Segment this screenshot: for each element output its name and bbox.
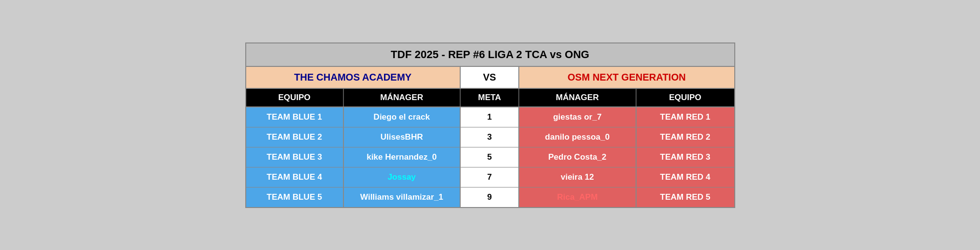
red-manager-name: Rica_APM <box>519 188 637 207</box>
vs-cell: VS <box>461 67 519 88</box>
blue-manager-name: UlisesBHR <box>344 127 461 147</box>
meta-value: 3 <box>461 127 519 147</box>
blue-team-name: TEAM BLUE 2 <box>246 127 344 147</box>
table-row: TEAM BLUE 3 kike Hernandez_0 5 Pedro Cos… <box>246 147 734 167</box>
team-red-name: OSM NEXT GENERATION <box>568 72 686 83</box>
blue-team-name: TEAM BLUE 1 <box>246 107 344 127</box>
col-header-equipo: EQUIPO <box>246 89 344 106</box>
red-team-name: TEAM RED 4 <box>637 167 734 187</box>
table-row: TEAM BLUE 4 Jossay 7 vieira 12 TEAM RED … <box>246 167 734 188</box>
red-manager-name: Pedro Costa_2 <box>519 147 637 167</box>
blue-manager-name: Diego el crack <box>344 107 461 127</box>
blue-team-name: TEAM BLUE 3 <box>246 147 344 167</box>
table-row: TEAM BLUE 5 Williams villamizar_1 9 Rica… <box>246 188 734 207</box>
column-headers: EQUIPO MÁNAGER META MÁNAGER EQUIPO <box>246 89 734 107</box>
blue-team-name: TEAM BLUE 4 <box>246 167 344 187</box>
team-red-header: OSM NEXT GENERATION <box>519 67 734 88</box>
title-row: TDF 2025 - REP #6 LIGA 2 TCA vs ONG <box>246 43 734 67</box>
col-header-meta: META <box>461 89 519 106</box>
table-row: TEAM BLUE 2 UlisesBHR 3 danilo pessoa_0 … <box>246 127 734 147</box>
team-blue-name: THE CHAMOS ACADEMY <box>294 72 411 83</box>
table-row: TEAM BLUE 1 Diego el crack 1 giestas or_… <box>246 107 734 127</box>
teams-row: THE CHAMOS ACADEMY VS OSM NEXT GENERATIO… <box>246 67 734 89</box>
meta-value: 7 <box>461 167 519 187</box>
rows-container: TEAM BLUE 1 Diego el crack 1 giestas or_… <box>246 107 734 207</box>
meta-value: 5 <box>461 147 519 167</box>
red-team-name: TEAM RED 1 <box>637 107 734 127</box>
meta-value: 1 <box>461 107 519 127</box>
team-blue-header: THE CHAMOS ACADEMY <box>246 67 461 88</box>
red-team-name: TEAM RED 3 <box>637 147 734 167</box>
blue-manager-name: Williams villamizar_1 <box>344 188 461 207</box>
main-table: TDF 2025 - REP #6 LIGA 2 TCA vs ONG THE … <box>245 42 735 208</box>
red-team-name: TEAM RED 5 <box>637 188 734 207</box>
red-team-name: TEAM RED 2 <box>637 127 734 147</box>
red-manager-name: giestas or_7 <box>519 107 637 127</box>
blue-team-name: TEAM BLUE 5 <box>246 188 344 207</box>
red-manager-name: danilo pessoa_0 <box>519 127 637 147</box>
col-header-manager2: MÁNAGER <box>519 89 637 106</box>
blue-manager-name: kike Hernandez_0 <box>344 147 461 167</box>
blue-manager-name: Jossay <box>344 167 461 187</box>
col-header-manager: MÁNAGER <box>344 89 461 106</box>
meta-value: 9 <box>461 188 519 207</box>
red-manager-name: vieira 12 <box>519 167 637 187</box>
title-text: TDF 2025 - REP #6 LIGA 2 TCA vs ONG <box>391 48 589 61</box>
vs-text: VS <box>483 72 496 83</box>
col-header-equipo2: EQUIPO <box>637 89 734 106</box>
